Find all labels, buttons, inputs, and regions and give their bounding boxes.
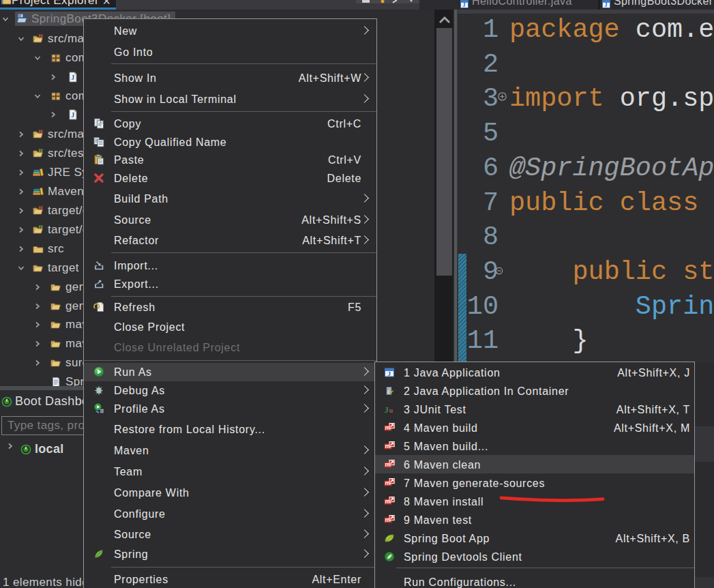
svg-text:u: u	[389, 407, 393, 414]
svg-text:J: J	[23, 14, 26, 18]
svg-text:J: J	[388, 370, 391, 377]
svg-text:J: J	[605, 2, 608, 8]
svg-text:J: J	[71, 74, 74, 81]
svg-text:M: M	[18, 14, 22, 18]
svg-text:J: J	[463, 2, 466, 8]
svg-text:J: J	[71, 111, 74, 119]
